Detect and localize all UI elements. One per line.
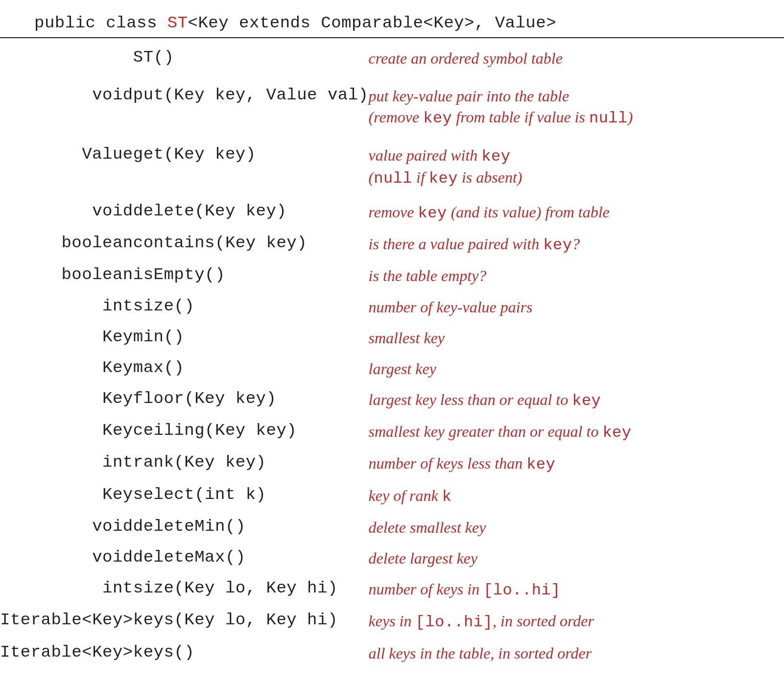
decl-prefix: public class — [34, 14, 167, 32]
inline-code: key — [602, 424, 631, 442]
return-type: Key — [0, 354, 133, 384]
api-row: Keyceiling(Key key)smallest key greater … — [0, 416, 784, 448]
method-signature: delete(Key key) — [133, 197, 369, 229]
method-description: create an ordered symbol table — [369, 45, 784, 78]
api-row: Keyselect(int k)key of rank k — [0, 480, 784, 512]
api-row: voidput(Key key, Value val)put key-value… — [0, 78, 784, 137]
inline-code: key — [526, 455, 555, 473]
method-signature: select(int k) — [133, 480, 369, 512]
return-type: boolean — [0, 260, 133, 291]
return-type: int — [0, 574, 133, 606]
method-description: number of keys in [lo..hi] — [369, 574, 784, 606]
method-signature: size() — [133, 292, 369, 323]
return-type: int — [0, 292, 133, 323]
inline-code: key — [572, 392, 601, 410]
method-description: keys in [lo..hi], in sorted order — [369, 606, 784, 638]
return-type: void — [0, 78, 133, 137]
class-declaration: public class ST<Key extends Comparable<K… — [0, 14, 784, 37]
method-description: key of rank k — [369, 480, 784, 512]
return-type: Key — [0, 323, 133, 354]
return-type: Key — [0, 416, 133, 448]
method-description: is there a value paired with key? — [369, 229, 784, 260]
method-description: smallest key — [369, 323, 784, 354]
method-description: largest key less than or equal to key — [369, 384, 784, 416]
return-type — [0, 45, 133, 78]
return-type: Key — [0, 480, 133, 512]
return-type: Iterable<Key> — [0, 606, 133, 638]
method-description: smallest key greater than or equal to ke… — [369, 416, 784, 448]
api-row: voiddeleteMin()delete smallest key — [0, 512, 784, 543]
api-row: Keymax()largest key — [0, 354, 784, 384]
return-type: Value — [0, 137, 133, 197]
method-description: delete smallest key — [369, 512, 784, 543]
method-description: put key-value pair into the table(remove… — [369, 78, 784, 137]
api-table-page: public class ST<Key extends Comparable<K… — [0, 0, 784, 686]
api-row: intsize(Key lo, Key hi)number of keys in… — [0, 574, 784, 606]
method-signature: deleteMin() — [133, 512, 369, 543]
api-row: Keymin()smallest key — [0, 323, 784, 354]
inline-code: key — [418, 204, 447, 222]
api-row: booleancontains(Key key)is there a value… — [0, 229, 784, 260]
method-description: remove key (and its value) from table — [369, 197, 784, 229]
method-signature: min() — [133, 323, 369, 354]
inline-code: [lo..hi] — [483, 581, 561, 599]
method-signature: floor(Key key) — [133, 384, 369, 416]
method-signature: max() — [133, 354, 369, 384]
header-rule — [0, 37, 784, 38]
api-row: intsize()number of key-value pairs — [0, 292, 784, 323]
inline-code: null — [374, 169, 412, 188]
method-signature: contains(Key key) — [133, 229, 369, 260]
method-signature: ST() — [133, 45, 369, 78]
method-description: number of keys less than key — [369, 448, 784, 480]
inline-code: null — [589, 109, 628, 127]
method-description: is the table empty? — [369, 260, 784, 291]
method-signature: ceiling(Key key) — [133, 416, 369, 448]
inline-code: key — [481, 147, 510, 166]
api-row: ST()create an ordered symbol table — [0, 45, 784, 78]
inline-code: k — [442, 488, 452, 506]
method-signature: size(Key lo, Key hi) — [133, 574, 369, 606]
return-type: boolean — [0, 229, 133, 260]
decl-generics: <Key extends Comparable<Key>, Value> — [188, 14, 557, 32]
return-type: int — [0, 448, 133, 480]
inline-code: key — [543, 236, 572, 254]
api-row: Keyfloor(Key key)largest key less than o… — [0, 384, 784, 416]
return-type: Key — [0, 384, 133, 416]
method-signature: keys() — [133, 638, 369, 669]
api-row: Iterable<Key>keys()all keys in the table… — [0, 638, 784, 669]
api-row: Iterable<Key>keys(Key lo, Key hi)keys in… — [0, 606, 784, 638]
api-row: booleanisEmpty()is the table empty? — [0, 260, 784, 291]
decl-classname: ST — [167, 14, 188, 32]
method-description: all keys in the table, in sorted order — [369, 638, 784, 669]
inline-code: key — [429, 169, 458, 188]
return-type: void — [0, 197, 133, 229]
inline-code: [lo..hi] — [415, 613, 493, 631]
method-signature: keys(Key lo, Key hi) — [133, 606, 369, 638]
api-table-body: ST()create an ordered symbol tablevoidpu… — [0, 45, 784, 669]
method-description: value paired with key(null if key is abs… — [369, 137, 784, 197]
method-signature: get(Key key) — [133, 137, 369, 197]
method-description: number of key-value pairs — [369, 292, 784, 323]
api-row: Valueget(Key key)value paired with key(n… — [0, 137, 784, 197]
method-signature: deleteMax() — [133, 543, 369, 574]
method-signature: put(Key key, Value val) — [133, 78, 369, 137]
api-row: voiddelete(Key key)remove key (and its v… — [0, 197, 784, 229]
api-row: voiddeleteMax()delete largest key — [0, 543, 784, 574]
api-table: ST()create an ordered symbol tablevoidpu… — [0, 45, 784, 669]
return-type: void — [0, 512, 133, 543]
return-type: Iterable<Key> — [0, 638, 133, 669]
method-signature: isEmpty() — [133, 260, 369, 291]
method-signature: rank(Key key) — [133, 448, 369, 480]
inline-code: key — [423, 109, 452, 127]
method-description: delete largest key — [369, 543, 784, 574]
method-description: largest key — [369, 354, 784, 384]
return-type: void — [0, 543, 133, 574]
api-row: intrank(Key key)number of keys less than… — [0, 448, 784, 480]
